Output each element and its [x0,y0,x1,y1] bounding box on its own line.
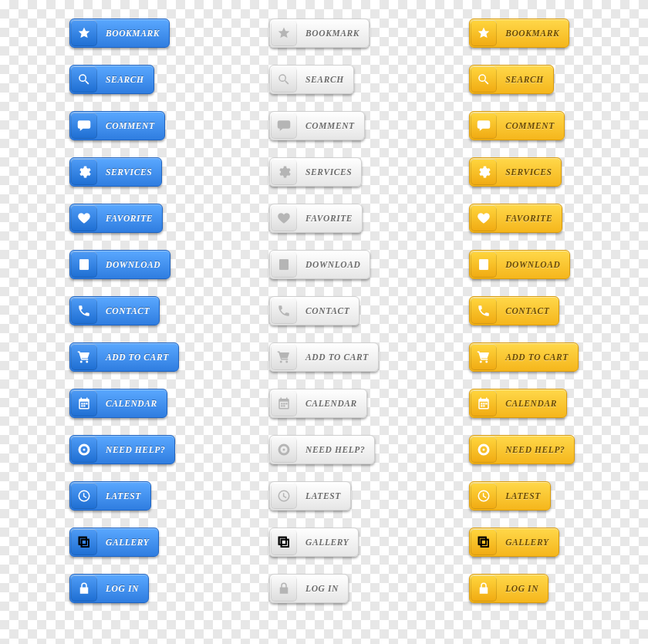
comment-label: COMMENT [98,121,164,130]
latest-label: LATEST [298,491,350,501]
clock-icon [71,483,97,509]
comment-button[interactable]: COMMENT [469,111,565,140]
button-showcase: BOOKMARKSEARCHCOMMENTSERVICESFAVORITEDOW… [0,0,648,626]
calendar-icon [471,390,497,416]
login-button[interactable]: LOG IN [269,574,349,603]
gallery-label: GALLERY [98,538,158,547]
download-button[interactable]: DOWNLOAD [69,250,170,279]
star-icon [71,20,97,46]
search-button[interactable]: SEARCH [69,65,154,94]
addtocart-button[interactable]: ADD TO CART [269,342,379,372]
addtocart-label: ADD TO CART [498,352,578,362]
gear-icon [71,159,97,185]
contact-label: CONTACT [298,306,359,315]
bookmark-button[interactable]: BOOKMARK [269,19,370,48]
column-grey: BOOKMARKSEARCHCOMMENTSERVICESFAVORITEDOW… [269,19,379,603]
contact-label: CONTACT [98,306,159,315]
favorite-button[interactable]: FAVORITE [269,204,363,233]
favorite-button[interactable]: FAVORITE [69,204,163,233]
speech-bubble-icon [471,113,497,139]
favorite-label: FAVORITE [498,214,562,223]
contact-button[interactable]: CONTACT [469,296,559,325]
search-button[interactable]: SEARCH [469,65,554,94]
login-button[interactable]: LOG IN [469,574,548,603]
heart-icon [71,205,97,231]
calendar-label: CALENDAR [98,399,167,408]
gallery-button[interactable]: GALLERY [269,528,359,557]
calendar-button[interactable]: CALENDAR [469,389,567,418]
search-icon [71,66,97,93]
search-label: SEARCH [98,75,154,84]
help-button[interactable]: NEED HELP? [269,435,375,464]
lock-icon [271,575,297,602]
login-label: LOG IN [98,584,148,593]
latest-button[interactable]: LATEST [269,481,351,511]
heart-icon [271,205,297,231]
clock-icon [271,483,297,509]
cart-icon [71,344,97,370]
calendar-icon [271,390,297,416]
latest-button[interactable]: LATEST [469,481,551,511]
bookmark-label: BOOKMARK [498,29,569,38]
comment-button[interactable]: COMMENT [69,111,165,140]
speech-bubble-icon [71,113,97,139]
bookmark-button[interactable]: BOOKMARK [469,19,569,48]
services-button[interactable]: SERVICES [469,157,562,187]
contact-button[interactable]: CONTACT [269,296,359,325]
services-label: SERVICES [498,167,561,177]
search-label: SEARCH [498,75,553,84]
services-button[interactable]: SERVICES [269,157,362,187]
calendar-button[interactable]: CALENDAR [269,389,367,418]
addtocart-label: ADD TO CART [298,352,378,362]
bookmark-label: BOOKMARK [98,29,169,38]
phone-icon [71,298,97,324]
contact-label: CONTACT [498,306,559,315]
download-icon [71,251,97,278]
gallery-button[interactable]: GALLERY [469,528,559,557]
login-button[interactable]: LOG IN [69,574,149,603]
comment-label: COMMENT [498,121,564,130]
search-button[interactable]: SEARCH [269,65,354,94]
comment-label: COMMENT [298,121,364,130]
gallery-icon [71,529,97,555]
lifebuoy-icon [471,437,497,463]
bookmark-button[interactable]: BOOKMARK [69,19,170,48]
help-label: NEED HELP? [298,445,374,454]
gallery-button[interactable]: GALLERY [69,528,159,557]
help-button[interactable]: NEED HELP? [469,435,575,464]
favorite-label: FAVORITE [98,214,162,223]
latest-label: LATEST [498,491,550,501]
contact-button[interactable]: CONTACT [69,296,160,325]
comment-button[interactable]: COMMENT [269,111,365,140]
phone-icon [271,298,297,324]
phone-icon [471,298,497,324]
star-icon [271,20,297,46]
addtocart-label: ADD TO CART [98,352,178,362]
download-button[interactable]: DOWNLOAD [469,250,570,279]
lifebuoy-icon [271,437,297,463]
services-label: SERVICES [298,167,361,177]
search-label: SEARCH [298,75,353,84]
gallery-label: GALLERY [498,538,558,547]
column-blue: BOOKMARKSEARCHCOMMENTSERVICESFAVORITEDOW… [69,19,179,603]
latest-button[interactable]: LATEST [69,481,151,511]
favorite-button[interactable]: FAVORITE [469,204,562,233]
login-label: LOG IN [498,584,548,593]
services-button[interactable]: SERVICES [69,157,162,187]
search-icon [271,66,297,93]
download-icon [271,251,297,278]
download-label: DOWNLOAD [98,260,170,269]
download-label: DOWNLOAD [298,260,370,269]
download-icon [471,251,497,278]
calendar-label: CALENDAR [298,399,366,408]
gallery-icon [271,529,297,555]
login-label: LOG IN [298,584,348,593]
calendar-icon [71,390,97,416]
lifebuoy-icon [71,437,97,463]
calendar-button[interactable]: CALENDAR [69,389,167,418]
addtocart-button[interactable]: ADD TO CART [69,342,179,372]
speech-bubble-icon [271,113,297,139]
download-button[interactable]: DOWNLOAD [269,250,370,279]
addtocart-button[interactable]: ADD TO CART [469,342,579,372]
help-button[interactable]: NEED HELP? [69,435,175,464]
